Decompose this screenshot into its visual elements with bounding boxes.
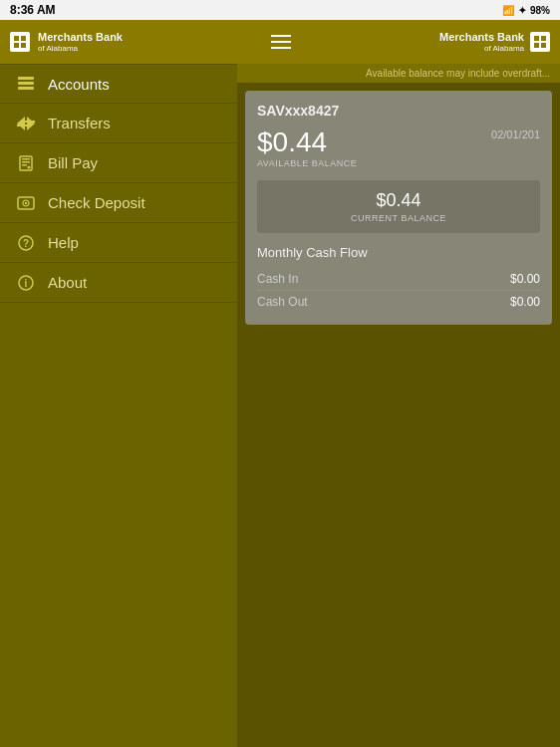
billpay-icon	[16, 153, 36, 173]
available-amount: $0.44	[257, 128, 357, 156]
cash-flow-title: Monthly Cash Flow	[257, 245, 540, 260]
billpay-label: Bill Pay	[48, 154, 98, 171]
bank-logo-right	[530, 32, 550, 52]
notice-bar: Available balance may include overdraft.…	[237, 64, 560, 83]
svg-rect-1	[21, 36, 26, 41]
svg-rect-14	[22, 158, 30, 160]
svg-point-17	[28, 165, 31, 168]
bank-name-right: Merchants Bank of Alabama	[439, 31, 524, 54]
svg-rect-7	[541, 43, 546, 48]
available-label: AVAILABLE BALANCE	[257, 158, 357, 168]
svg-rect-2	[14, 43, 19, 48]
bank-name-left: Merchants Bank of Alabama	[38, 31, 123, 54]
battery-icon: 98%	[530, 5, 550, 16]
current-amount: $0.44	[267, 190, 530, 211]
app-header: Merchants Bank of Alabama Merchants Bank…	[0, 20, 560, 64]
svg-rect-5	[541, 36, 546, 41]
sidebar-item-checkdeposit[interactable]: Check Deposit	[0, 183, 237, 223]
bluetooth-icon: ✦	[518, 5, 526, 16]
accounts-label: Accounts	[48, 76, 110, 93]
svg-rect-0	[14, 36, 19, 41]
date-block: 02/01/201	[491, 128, 540, 140]
cash-in-value: $0.00	[510, 272, 540, 286]
sidebar-item-about[interactable]: i About	[0, 263, 237, 303]
about-label: About	[48, 274, 87, 291]
svg-point-20	[25, 201, 27, 203]
sidebar-item-help[interactable]: ? Help	[0, 223, 237, 263]
main-layout: Accounts Transfers Bill Pay	[0, 64, 560, 747]
sidebar-item-accounts[interactable]: Accounts	[0, 64, 237, 104]
cash-out-label: Cash Out	[257, 295, 510, 309]
current-label: CURRENT BALANCE	[267, 213, 530, 223]
svg-rect-9	[18, 82, 34, 85]
help-label: Help	[48, 234, 79, 251]
account-card: SAVxxx8427 $0.44 AVAILABLE BALANCE 02/01…	[245, 91, 552, 325]
svg-text:i: i	[25, 278, 28, 289]
hamburger-button[interactable]	[271, 35, 291, 49]
accounts-icon	[16, 74, 36, 94]
bank-logo-left	[10, 32, 30, 52]
svg-rect-8	[18, 77, 34, 80]
status-bar: 8:36 AM 📶 ✦ 98%	[0, 0, 560, 20]
header-right: Merchants Bank of Alabama	[439, 31, 550, 54]
balance-row: $0.44 AVAILABLE BALANCE 02/01/201	[257, 128, 540, 168]
svg-rect-3	[21, 43, 26, 48]
signal-icon: 📶	[502, 5, 514, 16]
account-number: SAVxxx8427	[257, 103, 540, 119]
sidebar-item-billpay[interactable]: Bill Pay	[0, 143, 237, 183]
svg-rect-4	[534, 36, 539, 41]
status-time: 8:36 AM	[10, 3, 56, 17]
current-balance-box: $0.44 CURRENT BALANCE	[257, 180, 540, 233]
checkdeposit-label: Check Deposit	[48, 194, 145, 211]
cash-flow-section: Monthly Cash Flow Cash In $0.00 Cash Out…	[257, 245, 540, 313]
cash-in-row: Cash In $0.00	[257, 268, 540, 291]
hamburger-line-1	[271, 35, 291, 37]
header-left: Merchants Bank of Alabama	[10, 31, 123, 54]
cash-in-label: Cash In	[257, 272, 510, 286]
svg-rect-16	[22, 164, 27, 166]
transfers-icon	[16, 114, 36, 133]
sidebar: Accounts Transfers Bill Pay	[0, 64, 237, 747]
content-area: Available balance may include overdraft.…	[237, 64, 560, 747]
sidebar-item-transfers[interactable]: Transfers	[0, 104, 237, 143]
transfers-label: Transfers	[48, 115, 111, 131]
svg-rect-10	[18, 87, 34, 90]
status-icons: 📶 ✦ 98%	[502, 5, 550, 16]
about-icon: i	[16, 273, 36, 293]
hamburger-line-3	[271, 47, 291, 49]
hamburger-line-2	[271, 41, 291, 43]
cash-out-row: Cash Out $0.00	[257, 291, 540, 313]
svg-text:?: ?	[23, 238, 29, 249]
notice-text: Available balance may include overdraft.…	[366, 68, 550, 79]
available-balance-block: $0.44 AVAILABLE BALANCE	[257, 128, 357, 168]
svg-rect-15	[22, 161, 30, 163]
help-icon: ?	[16, 233, 36, 253]
checkdeposit-icon	[16, 193, 36, 213]
svg-rect-6	[534, 43, 539, 48]
cash-out-value: $0.00	[510, 295, 540, 309]
